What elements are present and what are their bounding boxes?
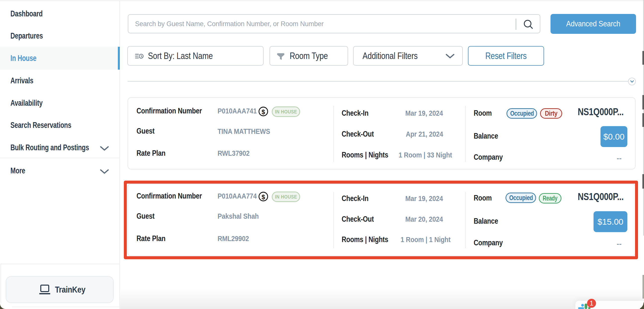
svg-text:$: $ [262,109,265,115]
